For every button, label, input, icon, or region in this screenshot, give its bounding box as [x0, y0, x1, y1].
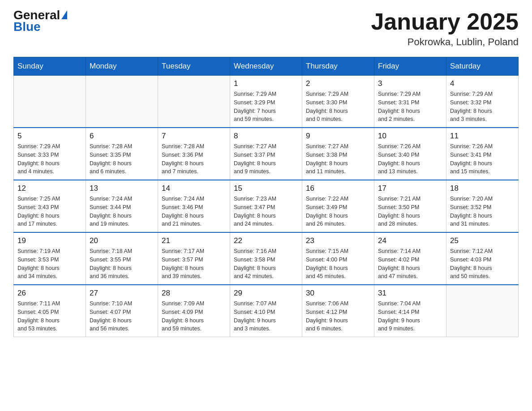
day-info: Sunrise: 7:29 AMSunset: 3:29 PMDaylight:… — [234, 90, 298, 124]
day-info: Sunrise: 7:09 AMSunset: 4:09 PMDaylight:… — [162, 300, 226, 333]
day-info: Sunrise: 7:26 AMSunset: 3:40 PMDaylight:… — [378, 142, 442, 176]
day-info: Sunrise: 7:22 AMSunset: 3:49 PMDaylight:… — [306, 195, 370, 228]
calendar-day-header: Tuesday — [158, 57, 230, 76]
day-info: Sunrise: 7:27 AMSunset: 3:38 PMDaylight:… — [306, 142, 370, 176]
calendar-day-cell: 3Sunrise: 7:29 AMSunset: 3:31 PMDaylight… — [374, 76, 446, 128]
day-number: 2 — [306, 79, 370, 88]
day-number: 13 — [90, 184, 154, 193]
logo-blue-text: Blue — [13, 21, 41, 33]
day-info: Sunrise: 7:14 AMSunset: 4:02 PMDaylight:… — [378, 247, 442, 281]
calendar-day-cell: 21Sunrise: 7:17 AMSunset: 3:57 PMDayligh… — [158, 232, 230, 285]
day-info: Sunrise: 7:12 AMSunset: 4:03 PMDaylight:… — [450, 247, 515, 281]
calendar-day-cell: 31Sunrise: 7:04 AMSunset: 4:14 PMDayligh… — [374, 285, 446, 337]
day-number: 10 — [378, 132, 442, 141]
calendar-day-cell: 28Sunrise: 7:09 AMSunset: 4:09 PMDayligh… — [158, 285, 230, 337]
day-number: 5 — [17, 132, 82, 141]
day-info: Sunrise: 7:27 AMSunset: 3:37 PMDaylight:… — [234, 142, 298, 176]
calendar-day-header: Sunday — [14, 57, 86, 76]
day-number: 27 — [90, 289, 154, 298]
calendar-day-cell — [86, 76, 158, 128]
calendar-day-cell: 17Sunrise: 7:21 AMSunset: 3:50 PMDayligh… — [374, 180, 446, 232]
day-info: Sunrise: 7:04 AMSunset: 4:14 PMDaylight:… — [378, 300, 442, 333]
calendar-day-cell: 29Sunrise: 7:07 AMSunset: 4:10 PMDayligh… — [230, 285, 302, 337]
day-info: Sunrise: 7:06 AMSunset: 4:12 PMDaylight:… — [306, 300, 370, 333]
calendar-day-cell — [446, 285, 519, 337]
calendar-header-row: SundayMondayTuesdayWednesdayThursdayFrid… — [14, 57, 519, 76]
day-number: 16 — [306, 184, 370, 193]
day-info: Sunrise: 7:20 AMSunset: 3:52 PMDaylight:… — [450, 195, 515, 228]
day-number: 28 — [162, 289, 226, 298]
calendar-week-row: 5Sunrise: 7:29 AMSunset: 3:33 PMDaylight… — [14, 128, 519, 180]
calendar-day-cell: 4Sunrise: 7:29 AMSunset: 3:32 PMDaylight… — [446, 76, 519, 128]
calendar-day-cell: 15Sunrise: 7:23 AMSunset: 3:47 PMDayligh… — [230, 180, 302, 232]
day-info: Sunrise: 7:18 AMSunset: 3:55 PMDaylight:… — [90, 247, 154, 281]
day-info: Sunrise: 7:29 AMSunset: 3:32 PMDaylight:… — [450, 90, 515, 124]
calendar-day-cell: 13Sunrise: 7:24 AMSunset: 3:44 PMDayligh… — [86, 180, 158, 232]
day-info: Sunrise: 7:29 AMSunset: 3:30 PMDaylight:… — [306, 90, 370, 124]
calendar-day-cell: 16Sunrise: 7:22 AMSunset: 3:49 PMDayligh… — [302, 180, 374, 232]
day-number: 24 — [378, 236, 442, 245]
day-number: 25 — [450, 236, 515, 245]
day-info: Sunrise: 7:23 AMSunset: 3:47 PMDaylight:… — [234, 195, 298, 228]
calendar-day-cell: 19Sunrise: 7:19 AMSunset: 3:53 PMDayligh… — [14, 232, 86, 285]
calendar-day-header: Wednesday — [230, 57, 302, 76]
day-number: 17 — [378, 184, 442, 193]
calendar-day-cell: 25Sunrise: 7:12 AMSunset: 4:03 PMDayligh… — [446, 232, 519, 285]
day-info: Sunrise: 7:19 AMSunset: 3:53 PMDaylight:… — [17, 247, 82, 281]
calendar-day-cell: 5Sunrise: 7:29 AMSunset: 3:33 PMDaylight… — [14, 128, 86, 180]
calendar-day-cell: 30Sunrise: 7:06 AMSunset: 4:12 PMDayligh… — [302, 285, 374, 337]
day-number: 4 — [450, 79, 515, 88]
day-info: Sunrise: 7:15 AMSunset: 4:00 PMDaylight:… — [306, 247, 370, 281]
calendar-day-header: Saturday — [446, 57, 519, 76]
calendar-week-row: 12Sunrise: 7:25 AMSunset: 3:43 PMDayligh… — [14, 180, 519, 232]
day-number: 8 — [234, 132, 298, 141]
day-info: Sunrise: 7:28 AMSunset: 3:35 PMDaylight:… — [90, 142, 154, 176]
logo-triangle-icon — [61, 10, 67, 19]
day-number: 15 — [234, 184, 298, 193]
calendar-day-cell: 9Sunrise: 7:27 AMSunset: 3:38 PMDaylight… — [302, 128, 374, 180]
day-info: Sunrise: 7:10 AMSunset: 4:07 PMDaylight:… — [90, 300, 154, 333]
calendar-day-cell: 24Sunrise: 7:14 AMSunset: 4:02 PMDayligh… — [374, 232, 446, 285]
calendar-week-row: 19Sunrise: 7:19 AMSunset: 3:53 PMDayligh… — [14, 232, 519, 285]
calendar-day-cell — [14, 76, 86, 128]
logo: General Blue — [13, 9, 67, 33]
day-number: 22 — [234, 236, 298, 245]
day-info: Sunrise: 7:24 AMSunset: 3:46 PMDaylight:… — [162, 195, 226, 228]
day-number: 23 — [306, 236, 370, 245]
day-number: 3 — [378, 79, 442, 88]
day-info: Sunrise: 7:24 AMSunset: 3:44 PMDaylight:… — [90, 195, 154, 228]
day-number: 29 — [234, 289, 298, 298]
day-info: Sunrise: 7:17 AMSunset: 3:57 PMDaylight:… — [162, 247, 226, 281]
day-info: Sunrise: 7:11 AMSunset: 4:05 PMDaylight:… — [17, 300, 82, 333]
calendar-day-cell: 11Sunrise: 7:26 AMSunset: 3:41 PMDayligh… — [446, 128, 519, 180]
calendar-day-cell — [158, 76, 230, 128]
calendar-day-cell: 18Sunrise: 7:20 AMSunset: 3:52 PMDayligh… — [446, 180, 519, 232]
day-info: Sunrise: 7:25 AMSunset: 3:43 PMDaylight:… — [17, 195, 82, 228]
calendar-week-row: 1Sunrise: 7:29 AMSunset: 3:29 PMDaylight… — [14, 76, 519, 128]
day-number: 31 — [378, 289, 442, 298]
calendar-day-cell: 2Sunrise: 7:29 AMSunset: 3:30 PMDaylight… — [302, 76, 374, 128]
calendar-day-cell: 27Sunrise: 7:10 AMSunset: 4:07 PMDayligh… — [86, 285, 158, 337]
day-number: 20 — [90, 236, 154, 245]
day-number: 7 — [162, 132, 226, 141]
calendar-day-cell: 12Sunrise: 7:25 AMSunset: 3:43 PMDayligh… — [14, 180, 86, 232]
calendar-day-cell: 26Sunrise: 7:11 AMSunset: 4:05 PMDayligh… — [14, 285, 86, 337]
calendar-day-cell: 6Sunrise: 7:28 AMSunset: 3:35 PMDaylight… — [86, 128, 158, 180]
page-header: General Blue January 2025 Pokrowka, Lubl… — [13, 9, 519, 48]
day-number: 12 — [17, 184, 82, 193]
calendar-day-cell: 1Sunrise: 7:29 AMSunset: 3:29 PMDaylight… — [230, 76, 302, 128]
calendar-day-cell: 10Sunrise: 7:26 AMSunset: 3:40 PMDayligh… — [374, 128, 446, 180]
day-number: 19 — [17, 236, 82, 245]
day-number: 11 — [450, 132, 515, 141]
calendar-week-row: 26Sunrise: 7:11 AMSunset: 4:05 PMDayligh… — [14, 285, 519, 337]
day-info: Sunrise: 7:16 AMSunset: 3:58 PMDaylight:… — [234, 247, 298, 281]
day-info: Sunrise: 7:29 AMSunset: 3:33 PMDaylight:… — [17, 142, 82, 176]
title-section: January 2025 Pokrowka, Lublin, Poland — [371, 9, 519, 48]
calendar-day-header: Thursday — [302, 57, 374, 76]
calendar-day-header: Friday — [374, 57, 446, 76]
day-info: Sunrise: 7:07 AMSunset: 4:10 PMDaylight:… — [234, 300, 298, 333]
day-info: Sunrise: 7:29 AMSunset: 3:31 PMDaylight:… — [378, 90, 442, 124]
day-number: 18 — [450, 184, 515, 193]
day-number: 14 — [162, 184, 226, 193]
calendar-day-header: Monday — [86, 57, 158, 76]
